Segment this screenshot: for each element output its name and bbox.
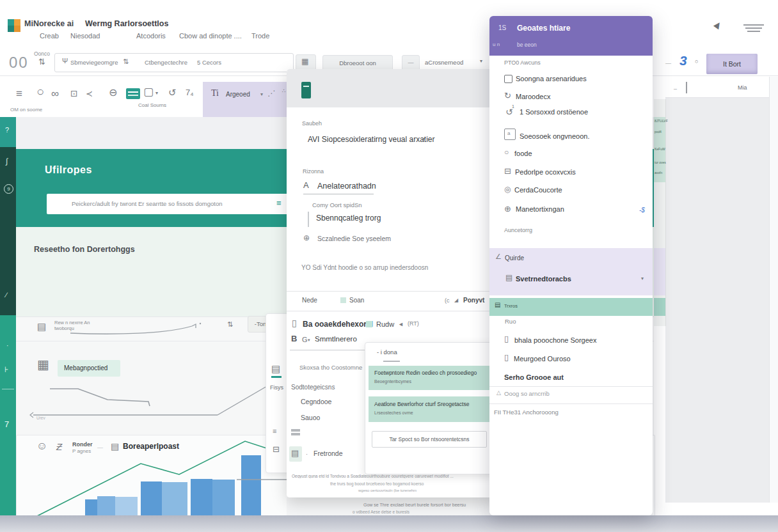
image-thumb-button[interactable]: ▦ [296,54,316,70]
banner-search-input[interactable]: Peickerc/adult fry twront Er searrtte so… [47,194,290,214]
sidebar-dot-icon[interactable]: · [6,342,8,349]
argeoed-panel[interactable]: Ti Argeoed ▾ ⋰ ∴ [203,82,291,117]
seven-icon[interactable]: 7₄ [186,88,194,97]
panel-item-soeosoek[interactable]: Soeosoek ongvneoon. [520,132,589,140]
tab-ponyvt[interactable]: Ponyvt [463,297,484,304]
dialog-row1b[interactable]: Rudw [376,320,394,328]
image-icon: ▦ [301,58,308,65]
popup-option-2[interactable]: Aeatlone Bewrlorhor cturf Sreogetactse L… [369,396,489,422]
lavender-item-quirde[interactable]: Quirde [505,254,524,262]
panel-item-muted[interactable]: Ooog so arncrrib [504,390,550,397]
page-icon[interactable]: ▢ [143,86,154,97]
menu-item-trode[interactable]: Trode [251,32,269,40]
globe-icon: ⊕ [504,205,511,213]
fisys-doc-icon[interactable]: ▤ [271,364,280,373]
search-item-1[interactable]: Sbmeviegeomgre [70,59,118,66]
banner-title: Ufilropes [45,164,92,176]
sidebar-plus-icon[interactable]: ⊦ [4,365,8,374]
bort-button[interactable]: It Bort [706,54,758,74]
lavender-caret-icon[interactable]: ▾ [641,276,644,281]
menu-item-niesodad[interactable]: Niesodad [70,32,100,40]
sidebar-divider [2,389,14,389]
dialog-field1[interactable]: Anelateorathadn [317,182,376,191]
circle-tool-icon[interactable]: ○ [36,85,44,98]
panel-item-maroodecx[interactable]: Maroodecx [516,93,550,100]
strip-cell: tur oves [655,160,666,164]
panel-item-sorsoxxd[interactable]: 1 Sorsoxxd orstöenoe [520,108,588,116]
dialog-left3[interactable]: Cegndooe [301,398,331,405]
dialog-row2[interactable]: Smmtlnerero [315,335,357,343]
tab-teal-square [340,297,346,303]
search-item-3[interactable]: 5 Cecors [197,59,221,66]
panel-item-soongna[interactable]: Soongna arsenaridues [516,75,587,82]
dialog-fineprint1: Oegyust guna etd ld Tondvou a Soadiateou… [292,474,491,478]
dialog-left2[interactable]: Sodtotegeicsns [291,384,335,391]
zoom-dash[interactable]: — [665,60,671,66]
strip-cell: KeFuW [655,147,665,151]
menu-item-creab[interactable]: Creab [40,32,59,40]
style-dropdown[interactable]: aCrosnerneod [425,59,463,66]
menu-item-atcodoris[interactable]: Atcodoris [136,32,166,40]
zoom-circle-icon[interactable]: ○ [695,59,698,65]
sidebar-seven-icon[interactable]: 7 [4,419,9,429]
dialog-row1[interactable]: Ba ooaekdehexorel [303,320,373,329]
panel-item-manetortixngan[interactable]: Manetortixngan [516,205,564,213]
updown-icon[interactable]: ⇅ [227,321,233,328]
panel-item-pedorlpe[interactable]: Pedorlpe ocoxvcxis [515,168,576,176]
sparkline-chart [16,341,287,435]
dialog-item3[interactable]: Sczalnedie Soe yseelem [317,235,391,242]
sidebar-slash-icon[interactable]: ∕ [6,291,7,299]
sidebar-nine-icon[interactable]: 9 [4,184,13,194]
panel-item-foode[interactable]: foode [514,150,532,157]
panel-section3-label: Ruo [505,318,516,325]
mia-label: Mia [738,84,747,91]
sort-small-icon: ⇅ [123,58,129,65]
fisys-print-icon[interactable]: ⊟ [273,445,280,453]
panel-item-meurgoed[interactable]: Meurgoed Ouroso [514,355,571,363]
sort-icon[interactable]: ⇅ [38,58,45,66]
center-dialog: Saubeh AVI Siopcesoixleratirng veual arx… [287,69,496,497]
scrollbar-column[interactable] [769,77,778,503]
dialog-left5[interactable]: Fretronde [314,450,343,457]
dialog-title-caret-icon[interactable]: ▾ [422,137,425,142]
database-icon: ⊟ [504,167,511,175]
fisys-lines-icon[interactable]: ≡ [273,428,276,435]
panel-item-serho[interactable]: Serho Groooe aut [504,373,564,381]
box-dot-icon[interactable]: ⊡ [70,89,78,98]
header-title: Geoates htiare [517,24,570,33]
dialog-left4[interactable]: Sauoo [301,414,320,421]
checkbox-icon[interactable] [504,75,512,83]
panel-item-cerdacoucorte[interactable]: CerdaCoucorte [514,186,562,194]
comment-icon[interactable]: ▤ [37,322,46,331]
cursor-icon[interactable]: ▶ [712,20,722,30]
tab-soan[interactable]: Soan [349,297,364,304]
search-toolbar[interactable]: Ψ Sbmeviegeomgre ⇅ Ctbengectechre 5 Ceco… [54,53,294,72]
fretronde-doc-icon: ▤ [291,449,299,457]
banner-search-lines-icon[interactable]: ≡ [276,198,282,208]
rule-icon[interactable]: ≡ [16,88,22,99]
dialog-tabbar: Nede Soan (c ◢ Ponyvt [287,291,496,311]
sidebar-help-icon[interactable]: ? [5,126,9,134]
dialog-source-label: Saubeh [302,120,322,127]
app-title: MiNorecke ai [24,19,74,28]
popup-action-button[interactable]: Tar Spoct so Bor ntsoorentetcsns [372,431,487,448]
lavender-item-svetrnedtoracbs[interactable]: Svetrnedtoracbs [516,275,571,283]
panel-item-bhala[interactable]: bhala pooochone Sorgeex [514,336,596,344]
menu-item-cbow[interactable]: Cbow ad dinopte .... [179,32,242,40]
popup-option-1[interactable]: Foetwpntore Redin oedieo ch prosoediego … [369,366,489,390]
target-icon: ◎ [504,185,511,193]
chevron-left-icon[interactable]: ≺ [86,90,93,98]
tab-nede[interactable]: Nede [302,297,317,304]
search-item-2[interactable]: Ctbengectechre [145,59,187,66]
row2-g-icon: G [302,336,308,343]
glasses-icon[interactable]: ∞ [51,88,59,99]
hamburger-menu-icon[interactable] [743,24,764,33]
big-number: 00 [9,54,29,72]
sidebar-integral-icon[interactable]: ∫ [6,157,8,166]
text-cursor [686,82,687,93]
lavender-section: ∠ Quirde ▤ Svetrnedtoracbs ▾ [489,248,653,295]
undo-icon[interactable]: ↺ [168,88,177,97]
dialog-field2[interactable]: Sbennqcatleg trorg [316,214,381,223]
green-table-icon[interactable] [126,88,140,99]
cylinder-icon[interactable]: ⊖ [109,88,117,98]
